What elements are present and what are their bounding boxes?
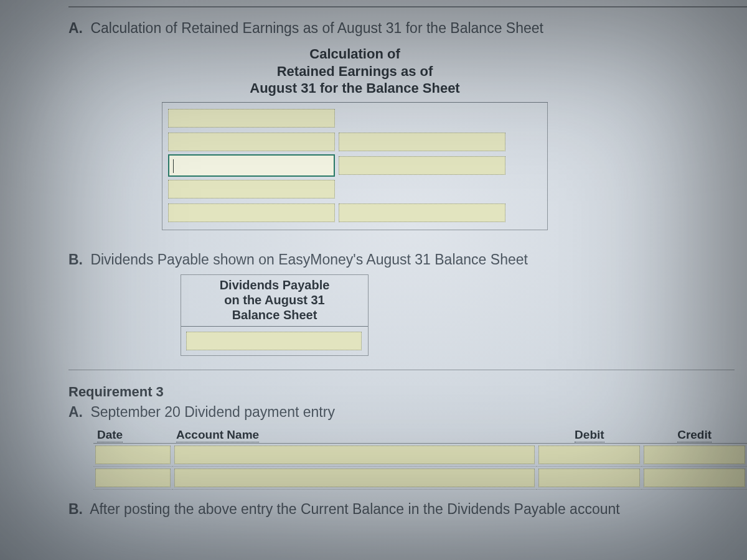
dividends-payable-body [181,327,368,355]
retained-earnings-title: Calculation of Retained Earnings as of A… [162,43,548,103]
section-b-text: Dividends Payable shown on EasyMoney's A… [90,251,528,268]
je-r1-credit[interactable] [644,446,745,464]
re-input-r3c2[interactable] [339,156,505,175]
worksheet-content: A. Calculation of Retained Earnings as o… [68,16,735,524]
col-account: Account Name [172,427,537,444]
dp-title-line3: Balance Sheet [232,308,317,322]
req3-a-text: September 20 Dividend payment entry [90,404,335,420]
req3-b-prompt: B. After posting the above entry the Cur… [68,501,735,518]
je-r2-account[interactable] [174,469,535,487]
je-r2-credit[interactable] [644,469,745,487]
re-input-r4c1[interactable] [168,180,335,198]
section-divider [68,370,735,370]
dp-title-line2: on the August 31 [224,293,324,307]
re-input-r1c1[interactable] [168,109,335,128]
dp-title-line1: Dividends Payable [220,278,330,292]
je-r1-account[interactable] [174,446,535,464]
top-divider [68,6,747,7]
journal-entry-table: Date Account Name Debit Credit [93,427,747,490]
re-title-line2: Retained Earnings as of [277,63,433,79]
req3-b-marker: B. [68,501,83,517]
re-input-r5c2[interactable] [339,203,505,222]
section-b-prompt: B. Dividends Payable shown on EasyMoney'… [68,251,735,268]
section-a-prompt: A. Calculation of Retained Earnings as o… [68,20,735,37]
col-credit: Credit [642,427,747,444]
req3-a-marker: A. [68,404,83,420]
re-input-r2c2[interactable] [339,133,505,151]
table-row [93,466,747,489]
req3-a-prompt: A. September 20 Dividend payment entry [68,404,735,421]
re-input-r2c1[interactable] [168,133,335,151]
retained-earnings-body [162,103,548,230]
je-r1-debit[interactable] [538,446,640,464]
dividends-payable-title: Dividends Payable on the August 31 Balan… [181,275,368,327]
re-title-line1: Calculation of [309,46,400,62]
col-date: Date [93,427,172,444]
col-debit: Debit [537,427,642,444]
retained-earnings-box: Calculation of Retained Earnings as of A… [162,43,548,230]
dividends-payable-box: Dividends Payable on the August 31 Balan… [181,274,369,356]
requirement-3-heading: Requirement 3 [68,384,735,400]
re-input-r5c1[interactable] [168,203,335,222]
re-title-line3: August 31 for the Balance Sheet [250,80,459,96]
table-row [93,443,747,466]
re-input-r3c1-active[interactable] [168,154,335,177]
section-b-marker: B. [68,251,83,268]
req3-b-text: After posting the above entry the Curren… [90,501,620,517]
section-a-marker: A. [68,20,83,36]
dp-input[interactable] [186,332,362,350]
je-r2-date[interactable] [95,469,171,487]
je-r2-debit[interactable] [538,469,640,487]
je-r1-date[interactable] [95,446,171,464]
section-a-text: Calculation of Retained Earnings as of A… [90,20,543,36]
